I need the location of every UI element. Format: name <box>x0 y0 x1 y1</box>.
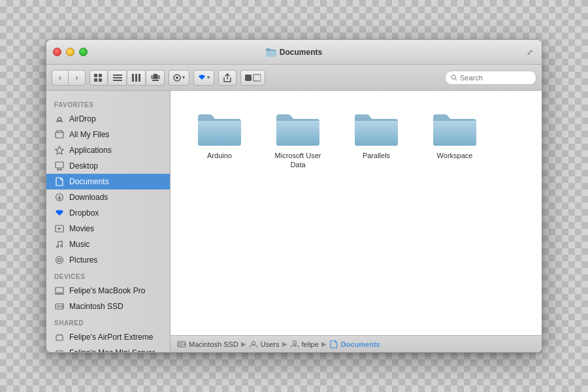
search-input[interactable] <box>460 74 531 82</box>
svg-rect-4 <box>113 74 122 76</box>
arrange-icon <box>173 74 181 82</box>
search-icon <box>451 74 457 81</box>
main-content: FAVORITES AirDrop All My File <box>46 91 542 352</box>
folder-workspace[interactable]: Workspace <box>419 104 491 175</box>
svg-rect-12 <box>157 75 160 79</box>
dropbox-icon <box>198 74 206 82</box>
breadcrumb-arrow-3: ▶ <box>321 340 327 348</box>
column-view-button[interactable] <box>128 70 146 86</box>
svg-rect-5 <box>113 77 122 78</box>
svg-rect-37 <box>56 287 63 293</box>
svg-rect-42 <box>56 335 63 340</box>
sidebar-item-applications[interactable]: Applications <box>46 142 170 158</box>
title-folder-icon <box>266 48 276 57</box>
maximize-button[interactable] <box>79 48 88 56</box>
breadcrumb-arrow-2: ▶ <box>282 340 287 348</box>
svg-rect-10 <box>154 74 157 79</box>
macbook-icon <box>54 286 65 296</box>
svg-rect-13 <box>152 80 159 81</box>
share-button[interactable] <box>218 70 237 86</box>
sidebar-label-dropbox: Dropbox <box>69 208 99 218</box>
sidebar-item-downloads[interactable]: Downloads <box>46 189 170 205</box>
svg-rect-6 <box>113 80 122 81</box>
column-view-icon <box>132 74 141 82</box>
folder-arduino-label: Arduino <box>207 151 232 160</box>
sidebar-label-downloads: Downloads <box>69 193 108 202</box>
svg-rect-24 <box>56 162 63 168</box>
statusbar-users-icon <box>249 340 258 348</box>
file-content: Arduino Microsoft User Data Parallels <box>171 91 542 335</box>
toggle-button[interactable] <box>240 70 265 86</box>
svg-rect-11 <box>151 75 154 79</box>
minimize-button[interactable] <box>66 48 74 56</box>
mini-icon <box>54 348 65 352</box>
close-button[interactable] <box>53 48 61 56</box>
sidebar-item-airdrop[interactable]: AirDrop <box>46 111 170 127</box>
search-box[interactable] <box>445 71 536 85</box>
icon-view-icon <box>94 74 103 82</box>
svg-rect-22 <box>57 131 62 133</box>
sidebar-label-all-my-files: All My Files <box>69 130 109 139</box>
svg-rect-7 <box>132 74 134 82</box>
folder-parallels[interactable]: Parallels <box>340 104 412 175</box>
sidebar-item-ssd[interactable]: Macintosh SSD <box>46 299 170 314</box>
list-view-button[interactable] <box>109 70 127 86</box>
sidebar-item-macbook[interactable]: Felipe's MacBook Pro <box>46 283 170 299</box>
statusbar-user: felipe <box>302 340 319 348</box>
svg-rect-46 <box>178 342 182 346</box>
sidebar-item-mini[interactable]: Felipe's Mac Mini Server <box>46 345 170 352</box>
folder-microsoft-icon <box>275 109 321 147</box>
all-my-files-icon <box>54 129 65 140</box>
svg-rect-43 <box>56 351 63 352</box>
sidebar-label-music: Music <box>69 240 90 249</box>
coverflow-view-button[interactable] <box>147 70 165 86</box>
movies-icon <box>54 223 65 234</box>
sidebar-item-dropbox[interactable]: Dropbox <box>46 205 170 221</box>
sidebar-item-all-my-files[interactable]: All My Files <box>46 127 170 142</box>
back-button[interactable]: ‹ <box>52 70 69 86</box>
downloads-icon <box>54 192 65 203</box>
svg-point-47 <box>184 343 185 344</box>
sidebar-item-music[interactable]: Music <box>46 237 170 252</box>
sidebar-item-documents[interactable]: Documents <box>46 174 170 189</box>
svg-rect-3 <box>99 78 102 82</box>
sidebar-item-pictures[interactable]: Pictures <box>46 252 170 268</box>
folder-microsoft-label: Microsoft User Data <box>267 151 329 170</box>
folder-workspace-label: Workspace <box>437 151 473 160</box>
folder-microsoft-user-data[interactable]: Microsoft User Data <box>262 104 334 175</box>
file-area: Arduino Microsoft User Data Parallels <box>171 91 542 352</box>
coverflow-view-icon <box>151 74 160 82</box>
statusbar: Macintosh SSD ▶ Users ▶ felipe ▶ <box>171 335 542 352</box>
forward-button[interactable]: › <box>69 70 86 86</box>
arrange-button[interactable]: ▾ <box>169 70 189 86</box>
applications-icon <box>54 145 65 155</box>
svg-point-33 <box>61 245 63 247</box>
window-title: Documents <box>266 48 322 57</box>
ssd-icon <box>54 301 65 312</box>
sidebar-item-desktop[interactable]: Desktop <box>46 158 170 174</box>
svg-rect-40 <box>57 305 60 308</box>
svg-marker-23 <box>56 146 63 154</box>
icon-view-button[interactable] <box>90 70 108 86</box>
sidebar-label-ssd: Macintosh SSD <box>69 302 123 311</box>
statusbar-users: Users <box>261 340 280 348</box>
sidebar-item-airport[interactable]: Felipe's AirPort Extreme <box>46 329 170 345</box>
svg-marker-31 <box>58 227 61 230</box>
shared-header: SHARED <box>46 314 170 329</box>
svg-point-32 <box>57 246 59 248</box>
statusbar-user-icon <box>290 340 299 349</box>
expand-button[interactable]: ⤢ <box>525 47 535 57</box>
svg-point-18 <box>451 75 455 79</box>
documents-icon <box>54 176 65 187</box>
sidebar-item-movies[interactable]: Movies <box>46 221 170 237</box>
svg-point-36 <box>59 259 60 261</box>
action-button[interactable]: ▾ <box>193 70 214 86</box>
devices-header: DEVICES <box>46 268 170 283</box>
svg-rect-9 <box>139 74 140 82</box>
breadcrumb-arrow-1: ▶ <box>241 340 246 348</box>
airport-icon <box>54 332 65 342</box>
folder-arduino[interactable]: Arduino <box>184 104 255 175</box>
svg-point-48 <box>252 341 255 344</box>
pictures-icon <box>54 255 65 265</box>
sidebar-label-airport: Felipe's AirPort Extreme <box>69 333 153 342</box>
